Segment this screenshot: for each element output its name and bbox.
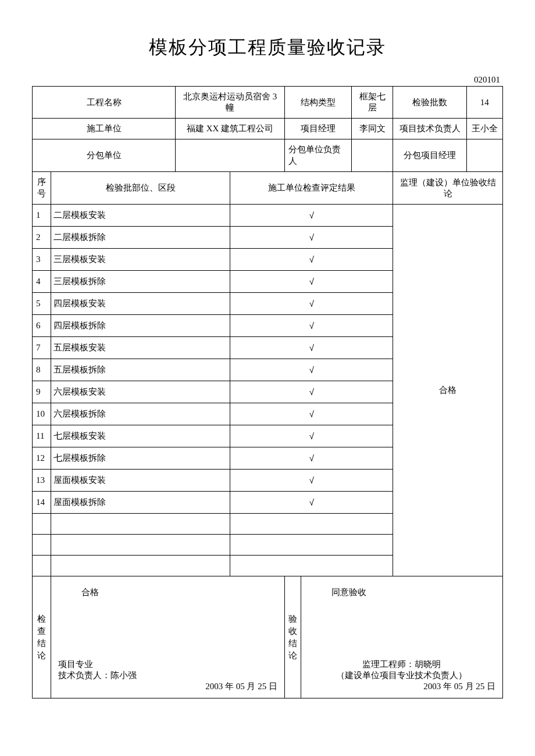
seq-cell: 4 — [33, 271, 51, 293]
label-construction-unit: 施工单位 — [33, 119, 176, 139]
seq-cell: 1 — [33, 205, 51, 227]
part-cell: 二层模板安装 — [51, 205, 230, 227]
check-cell: √ — [230, 293, 393, 315]
label-sub-lead: 分包单位负责人 — [284, 139, 351, 172]
value-structure-type: 框架七层 — [351, 87, 393, 119]
seq-cell: 13 — [33, 470, 51, 492]
label-structure-type: 结构类型 — [284, 87, 351, 119]
check-cell: √ — [230, 492, 393, 514]
label-batch-count: 检验批数 — [393, 87, 466, 119]
part-cell: 三层模板拆除 — [51, 271, 230, 293]
check-cell: √ — [230, 359, 393, 381]
page-title: 模板分项工程质量验收记录 — [32, 35, 503, 60]
seq-cell: 3 — [33, 249, 51, 271]
seq-cell: 9 — [33, 381, 51, 403]
record-table: 工程名称 北京奥运村运动员宿舍 3 幢 结构类型 框架七层 检验批数 14 施工… — [32, 86, 503, 698]
value-construction-unit: 福建 XX 建筑工程公司 — [176, 119, 285, 139]
part-cell: 二层模板拆除 — [51, 227, 230, 249]
part-cell: 六层模板拆除 — [51, 403, 230, 425]
value-subcontractor — [176, 139, 285, 172]
label-check-conclusion: 检查结论 — [33, 576, 51, 698]
part-cell: 五层模板安装 — [51, 337, 230, 359]
seq-cell: 6 — [33, 315, 51, 337]
seq-cell: 7 — [33, 337, 51, 359]
check-cell: √ — [230, 447, 393, 470]
label-sub-pm: 分包项目经理 — [393, 139, 466, 172]
part-cell: 四层模板拆除 — [51, 315, 230, 337]
document-number: 020101 — [32, 75, 503, 85]
check-date: 2003 年 05 月 25 日 — [58, 681, 277, 692]
part-cell: 七层模板安装 — [51, 425, 230, 447]
check-cell: √ — [230, 403, 393, 425]
accept-date: 2003 年 05 月 25 日 — [308, 681, 495, 692]
check-cell: √ — [230, 470, 393, 492]
seq-cell: 5 — [33, 293, 51, 315]
table-row: 1 二层模板安装 √ 合格 — [33, 205, 503, 227]
check-cell: √ — [230, 381, 393, 403]
accept-conclusion-block: 同意验收 监理工程师：胡晓明 （建设单位项目专业技术负责人） 2003 年 05… — [301, 576, 502, 698]
seq-cell: 10 — [33, 403, 51, 425]
check-cell: √ — [230, 205, 393, 227]
part-cell: 五层模板拆除 — [51, 359, 230, 381]
part-cell: 屋面模板拆除 — [51, 492, 230, 514]
part-cell: 七层模板拆除 — [51, 447, 230, 470]
seq-cell: 14 — [33, 492, 51, 514]
seq-cell: 8 — [33, 359, 51, 381]
seq-cell: 2 — [33, 227, 51, 249]
col-seq: 序号 — [33, 172, 51, 205]
part-cell: 六层模板安装 — [51, 381, 230, 403]
check-cell: √ — [230, 337, 393, 359]
check-conclusion-block: 合格 项目专业 技术负责人：陈小强 2003 年 05 月 25 日 — [51, 576, 285, 698]
value-sub-lead — [351, 139, 393, 172]
accept-signer-line1: 监理工程师：胡晓明 — [308, 659, 495, 670]
accept-conclusion-result: 同意验收 — [308, 582, 495, 598]
seq-cell: 12 — [33, 447, 51, 470]
check-cell: √ — [230, 425, 393, 447]
value-pm: 李同文 — [351, 119, 393, 139]
value-project-name: 北京奥运村运动员宿舍 3 幢 — [176, 87, 285, 119]
value-tech-lead: 王小全 — [466, 119, 502, 139]
part-cell: 四层模板安装 — [51, 293, 230, 315]
label-pm: 项目经理 — [284, 119, 351, 139]
col-supervision: 监理（建设）单位验收结论 — [393, 172, 503, 205]
col-check-result: 施工单位检查评定结果 — [230, 172, 393, 205]
label-subcontractor: 分包单位 — [33, 139, 176, 172]
check-cell: √ — [230, 249, 393, 271]
col-part: 检验批部位、区段 — [51, 172, 230, 205]
value-sub-pm — [466, 139, 502, 172]
supervision-result: 合格 — [393, 205, 503, 576]
part-cell: 三层模板安装 — [51, 249, 230, 271]
check-conclusion-result: 合格 — [58, 582, 277, 598]
check-signer-line2: 技术负责人：陈小强 — [58, 670, 277, 681]
check-signer-line1: 项目专业 — [58, 659, 277, 670]
value-batch-count: 14 — [466, 87, 502, 119]
check-cell: √ — [230, 227, 393, 249]
label-project-name: 工程名称 — [33, 87, 176, 119]
check-cell: √ — [230, 271, 393, 293]
label-tech-lead: 项目技术负责人 — [393, 119, 466, 139]
check-cell: √ — [230, 315, 393, 337]
accept-signer-line2: （建设单位项目专业技术负责人） — [308, 670, 495, 681]
seq-cell: 11 — [33, 425, 51, 447]
part-cell: 屋面模板安装 — [51, 470, 230, 492]
label-accept-conclusion: 验收结论 — [284, 576, 301, 698]
